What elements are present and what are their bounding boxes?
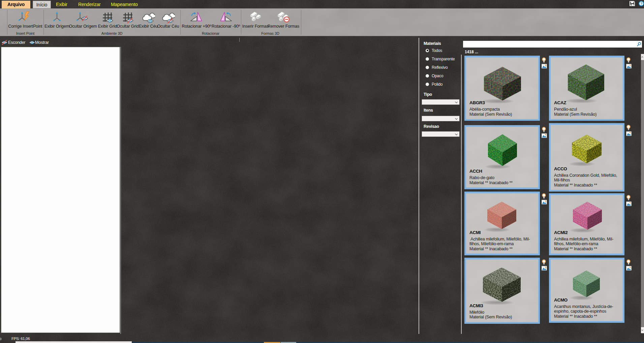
- svg-text:?: ?: [640, 2, 642, 6]
